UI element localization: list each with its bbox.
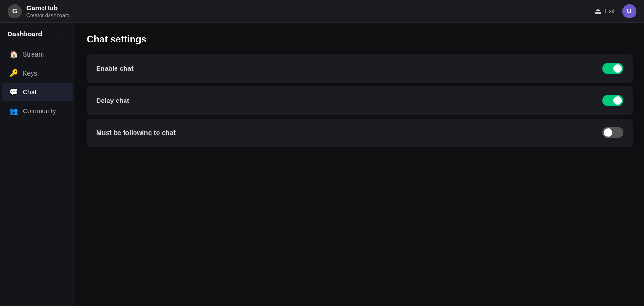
delay-chat-row: Delay chat <box>87 86 633 115</box>
exit-button[interactable]: ⏏ Exit <box>594 7 615 16</box>
enable-chat-slider <box>602 63 623 74</box>
sidebar-item-community[interactable]: 👥 Community <box>2 102 73 120</box>
must-follow-label: Must be following to chat <box>96 129 176 136</box>
must-follow-toggle[interactable] <box>602 127 623 138</box>
layout: Dashboard ← 🏠 Stream 🔑 Keys 💬 Chat 👥 Com… <box>0 23 644 306</box>
community-icon: 👥 <box>9 107 18 115</box>
enable-chat-row: Enable chat <box>87 54 633 83</box>
enable-chat-label: Enable chat <box>96 65 134 72</box>
sidebar-title: Dashboard <box>8 30 42 38</box>
enable-chat-toggle[interactable] <box>602 63 623 74</box>
avatar-text: U <box>627 8 631 15</box>
brand-sub: Creator dashboard. <box>26 12 71 18</box>
delay-chat-label: Delay chat <box>96 97 129 104</box>
sidebar-item-label-community: Community <box>23 107 56 115</box>
brand-info: GameHub Creator dashboard. <box>26 4 71 18</box>
sidebar-item-stream[interactable]: 🏠 Stream <box>2 45 73 63</box>
brand-name: GameHub <box>26 4 71 12</box>
topbar-left: G GameHub Creator dashboard. <box>8 4 71 18</box>
stream-icon: 🏠 <box>9 50 18 59</box>
main-content: Chat settings Enable chat Delay chat Mus… <box>75 23 644 306</box>
sidebar: Dashboard ← 🏠 Stream 🔑 Keys 💬 Chat 👥 Com… <box>0 23 75 306</box>
sidebar-nav: 🏠 Stream 🔑 Keys 💬 Chat 👥 Community <box>0 45 75 120</box>
chat-icon: 💬 <box>9 88 18 96</box>
exit-label: Exit <box>604 8 615 15</box>
page-title: Chat settings <box>87 34 633 45</box>
logo-text: G <box>12 8 17 15</box>
sidebar-item-label-keys: Keys <box>23 69 37 77</box>
avatar[interactable]: U <box>622 4 636 18</box>
collapse-icon[interactable]: ← <box>61 30 67 38</box>
sidebar-item-chat[interactable]: 💬 Chat <box>2 83 73 101</box>
topbar: G GameHub Creator dashboard. ⏏ Exit U <box>0 0 644 23</box>
must-follow-slider <box>602 127 623 138</box>
topbar-right: ⏏ Exit U <box>594 4 636 18</box>
delay-chat-toggle[interactable] <box>602 95 623 106</box>
keys-icon: 🔑 <box>9 69 18 77</box>
sidebar-item-label-chat: Chat <box>23 88 37 96</box>
delay-chat-slider <box>602 95 623 106</box>
exit-icon: ⏏ <box>594 7 602 16</box>
sidebar-item-keys[interactable]: 🔑 Keys <box>2 64 73 82</box>
must-follow-row: Must be following to chat <box>87 119 633 147</box>
logo: G <box>8 4 22 18</box>
sidebar-item-label-stream: Stream <box>23 51 44 58</box>
sidebar-header: Dashboard ← <box>0 28 75 45</box>
